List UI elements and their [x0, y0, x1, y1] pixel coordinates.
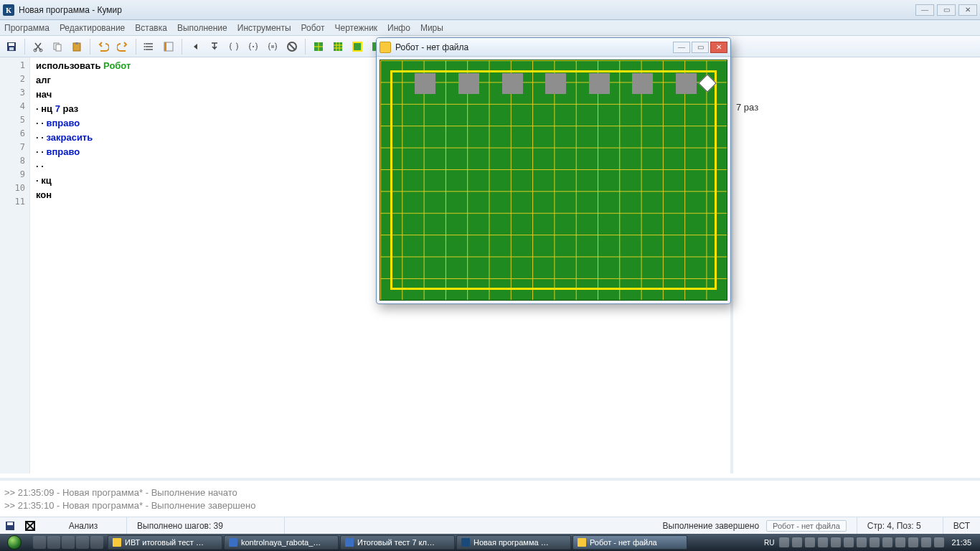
- status-state: Выполнение завершено: [663, 521, 760, 531]
- cut-icon[interactable]: [29, 38, 47, 55]
- menu-run[interactable]: Выполнение: [177, 23, 227, 33]
- menu-edit[interactable]: Редактирование: [60, 23, 125, 33]
- ql-icon-2[interactable]: [47, 536, 60, 549]
- copy-icon[interactable]: [49, 38, 66, 55]
- code-line-10: кон: [36, 189, 52, 200]
- svg-rect-6: [56, 44, 61, 51]
- app-icon: К: [3, 4, 14, 16]
- code-line-4a: · нц: [36, 103, 55, 114]
- menu-program[interactable]: Программа: [4, 23, 50, 33]
- paste-icon[interactable]: [68, 38, 85, 55]
- save-icon[interactable]: [3, 38, 20, 55]
- tray-icon[interactable]: [921, 537, 931, 547]
- painted-cell: [676, 73, 697, 94]
- start-button[interactable]: [0, 534, 29, 551]
- tray-icon[interactable]: [895, 537, 905, 547]
- bookmark-icon[interactable]: [160, 38, 177, 55]
- task-icon: [113, 538, 121, 547]
- run-step-icon[interactable]: [187, 38, 204, 55]
- grid1-icon[interactable]: [310, 38, 327, 55]
- ql-icon-1[interactable]: [33, 536, 46, 549]
- status-steps: Выполнено шагов: 39: [126, 517, 284, 534]
- code-line-6: закрасить: [46, 132, 93, 143]
- robot-field[interactable]: [380, 60, 727, 301]
- braces2-icon[interactable]: [245, 38, 262, 55]
- tray-icon[interactable]: [818, 537, 828, 547]
- run-down-icon[interactable]: [206, 38, 223, 55]
- menu-drafter[interactable]: Чертежник: [335, 23, 378, 33]
- tray-lang[interactable]: RU: [762, 539, 776, 547]
- code-line-1b: Робот: [100, 60, 131, 71]
- braces3-icon[interactable]: [264, 38, 281, 55]
- tray-icon[interactable]: [844, 537, 854, 547]
- grid3-icon[interactable]: [349, 38, 366, 55]
- start-orb-icon: [7, 535, 22, 550]
- taskbar-task[interactable]: kontrolnaya_rabota_…: [224, 535, 339, 550]
- status-chip[interactable]: Робот - нет файла: [766, 520, 847, 532]
- svg-point-10: [144, 46, 146, 47]
- menu-insert[interactable]: Вставка: [135, 23, 167, 33]
- status-clear-icon[interactable]: [22, 519, 38, 532]
- task-label: kontrolnaya_rabota_…: [241, 538, 321, 547]
- svg-rect-17: [334, 42, 342, 51]
- taskbar-task[interactable]: Итоговый тест 7 кл…: [340, 535, 455, 550]
- ql-icon-3[interactable]: [62, 536, 75, 549]
- menu-info[interactable]: Инфо: [387, 23, 410, 33]
- taskbar-task[interactable]: Новая программа …: [456, 535, 571, 550]
- taskbar-task[interactable]: Робот - нет файла: [573, 535, 687, 550]
- task-icon: [461, 538, 470, 547]
- close-button[interactable]: ✕: [958, 4, 977, 16]
- code-line-9: · кц: [36, 175, 52, 186]
- task-label: ИВТ итоговый тест …: [125, 538, 204, 547]
- svg-point-9: [144, 43, 146, 44]
- undo-icon[interactable]: [95, 38, 112, 55]
- tray-clock[interactable]: 21:35: [947, 538, 976, 547]
- tray-icon[interactable]: [857, 537, 867, 547]
- taskbar-task[interactable]: ИВТ итоговый тест …: [108, 535, 222, 550]
- minimize-button[interactable]: —: [915, 4, 934, 16]
- tray-icon[interactable]: [934, 537, 944, 547]
- robot-title: Робот - нет файла: [395, 42, 468, 52]
- robot-close-button[interactable]: ✕: [710, 42, 727, 53]
- menu-worlds[interactable]: Миры: [420, 23, 443, 33]
- svg-rect-13: [164, 42, 166, 51]
- taskbar: ИВТ итоговый тест …kontrolnaya_rabota_…И…: [0, 534, 980, 551]
- status-pos: Стр: 4, Поз: 5: [857, 517, 943, 534]
- right-pane: 7 раз: [733, 57, 980, 474]
- ql-icon-5[interactable]: [90, 536, 103, 549]
- menu-robot[interactable]: Робот: [301, 23, 325, 33]
- ql-icon-4[interactable]: [76, 536, 89, 549]
- code-line-5: вправо: [46, 118, 80, 128]
- tray-icon[interactable]: [908, 537, 918, 547]
- console-line-2: >> 21:35:10 - Новая программа* - Выполне…: [4, 499, 976, 512]
- robot-titlebar[interactable]: Робот - нет файла — ▭ ✕: [377, 38, 730, 57]
- redo-icon[interactable]: [114, 38, 131, 55]
- robot-minimize-button[interactable]: —: [673, 42, 690, 53]
- tray-icon[interactable]: [805, 537, 815, 547]
- console[interactable]: >> 21:35:09 - Новая программа* - Выполне…: [0, 478, 980, 517]
- window-title: Новая программа - Кумир: [19, 5, 122, 15]
- braces1-icon[interactable]: [225, 38, 242, 55]
- tray-icon[interactable]: [870, 537, 880, 547]
- code-line-4c: раз: [60, 103, 78, 114]
- stop-icon[interactable]: [283, 38, 301, 55]
- svg-rect-22: [7, 522, 13, 525]
- task-label: Итоговый тест 7 кл…: [357, 538, 435, 547]
- code-line-3: нач: [36, 89, 52, 100]
- tray-icon[interactable]: [882, 537, 892, 547]
- tray-icon[interactable]: [779, 537, 789, 547]
- menu-tools[interactable]: Инструменты: [237, 23, 291, 33]
- svg-rect-18: [353, 42, 362, 51]
- robot-maximize-button[interactable]: ▭: [692, 42, 709, 53]
- code-line-1a: использовать: [36, 60, 100, 71]
- painted-cell: [502, 73, 523, 94]
- tray-icon[interactable]: [792, 537, 802, 547]
- maximize-button[interactable]: ▭: [937, 4, 956, 16]
- task-icon: [345, 538, 354, 547]
- tray-icon[interactable]: [831, 537, 841, 547]
- list-icon[interactable]: [141, 38, 158, 55]
- robot-window[interactable]: Робот - нет файла — ▭ ✕: [376, 37, 731, 304]
- svg-rect-2: [9, 47, 14, 50]
- status-save-icon[interactable]: [2, 519, 18, 532]
- grid2-icon[interactable]: [329, 38, 347, 55]
